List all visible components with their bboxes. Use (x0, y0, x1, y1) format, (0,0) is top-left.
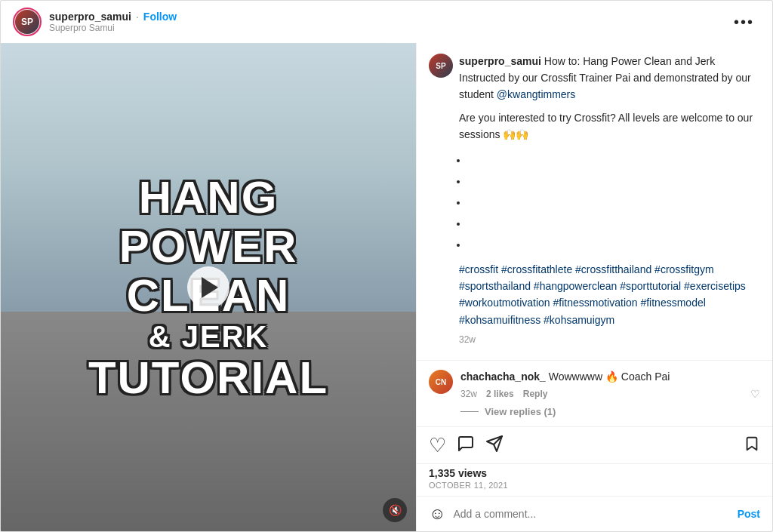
actions-bar: ♡ (417, 427, 772, 464)
bullet-5 (468, 234, 760, 255)
bullet-3 (468, 192, 760, 213)
view-replies-button[interactable]: View replies (1) (460, 406, 760, 417)
post-date: October 11, 2021 (417, 481, 772, 496)
post-body: HANG POWER CLEAN & JERK TUTORIAL 🔇 SP (1, 43, 772, 531)
caption-username[interactable]: superpro_samui (459, 55, 541, 67)
follow-button[interactable]: Follow (143, 11, 177, 23)
comment-avatar: CN (429, 370, 453, 394)
view-replies-text: View replies (1) (485, 406, 556, 417)
header-info: superpro_samui · Follow Superpro Samui (49, 11, 728, 33)
comment-reply-button[interactable]: Reply (523, 389, 548, 399)
comments-section: CN chachacha_nok_ Wowwwww 🔥 Coach Pai 32… (417, 361, 772, 427)
caption-mention[interactable]: @kwangtimmers (497, 88, 575, 100)
caption-bullets (468, 149, 760, 255)
play-button[interactable] (187, 266, 229, 309)
video-title-and-jerk: & JERK (149, 321, 269, 352)
instagram-post: SP superpro_samui · Follow Superpro Samu… (0, 0, 773, 532)
caption-content: superpro_samui How to: Hang Power Clean … (459, 54, 760, 345)
play-icon (202, 277, 218, 298)
comment-content: Wowwwww 🔥 Coach Pai (549, 371, 670, 383)
more-options-button[interactable]: ••• (728, 11, 760, 34)
caption-avatar: SP (429, 54, 453, 78)
caption-text: superpro_samui How to: Hang Power Clean … (459, 54, 760, 69)
caption-timestamp: 32w (459, 334, 760, 345)
views-count: 1,335 views (417, 464, 772, 481)
video-title-power: POWER (119, 223, 298, 270)
emoji-picker-button[interactable]: ☺ (429, 504, 445, 524)
post-comment-button[interactable]: Post (738, 508, 760, 520)
comment-meta: 32w 2 likes Reply ♡ (460, 388, 760, 400)
comment-button[interactable] (457, 435, 475, 456)
like-button[interactable]: ♡ (429, 435, 446, 455)
comment-row: CN chachacha_nok_ Wowwwww 🔥 Coach Pai 32… (429, 370, 760, 400)
avatar-image: SP (15, 10, 39, 34)
header-username[interactable]: superpro_samui (49, 11, 131, 23)
bullet-1 (468, 149, 760, 171)
caption-area: SP superpro_samui How to: Hang Power Cle… (417, 43, 772, 361)
view-replies-line (460, 411, 479, 412)
video-panel[interactable]: HANG POWER CLEAN & JERK TUTORIAL 🔇 (1, 43, 416, 531)
bullet-2 (468, 171, 760, 192)
caption-hashtags: #crossfit #crossfitathlete #crossfitthai… (459, 261, 760, 329)
bookmark-button[interactable] (744, 435, 760, 455)
video-background: HANG POWER CLEAN & JERK TUTORIAL 🔇 (1, 43, 416, 531)
video-title-tutorial: TUTORIAL (88, 354, 328, 401)
bullet-4 (468, 213, 760, 234)
video-title-hang: HANG (139, 174, 279, 221)
share-button[interactable] (485, 435, 504, 456)
comment-time: 32w (460, 389, 477, 399)
avatar[interactable]: SP (13, 8, 42, 36)
username-row: superpro_samui · Follow (49, 11, 728, 23)
caption-title: How to: Hang Power Clean and Jerk (544, 55, 715, 67)
add-comment-row: ☺ Post (417, 496, 772, 531)
comment-text: chachacha_nok_ Wowwwww 🔥 Coach Pai (460, 370, 760, 385)
header-dot: · (136, 11, 139, 23)
comment-likes: 2 likes (486, 389, 514, 399)
mute-icon: 🔇 (389, 504, 402, 516)
caption-desc: Instructed by our Crossfit Trainer Pai a… (459, 69, 760, 103)
header-subtitle: Superpro Samui (49, 23, 728, 33)
caption-user-row: SP superpro_samui How to: Hang Power Cle… (429, 54, 760, 345)
comment-input[interactable] (453, 508, 729, 520)
post-header: SP superpro_samui · Follow Superpro Samu… (1, 1, 772, 43)
mute-button[interactable]: 🔇 (383, 498, 407, 522)
comment-username[interactable]: chachacha_nok_ (460, 371, 546, 383)
info-panel: SP superpro_samui How to: Hang Power Cle… (416, 43, 772, 531)
comment-body: chachacha_nok_ Wowwwww 🔥 Coach Pai 32w 2… (460, 370, 760, 400)
comment-heart-icon[interactable]: ♡ (750, 388, 760, 400)
caption-desc2: Are you interested to try Crossfit? All … (459, 109, 760, 143)
